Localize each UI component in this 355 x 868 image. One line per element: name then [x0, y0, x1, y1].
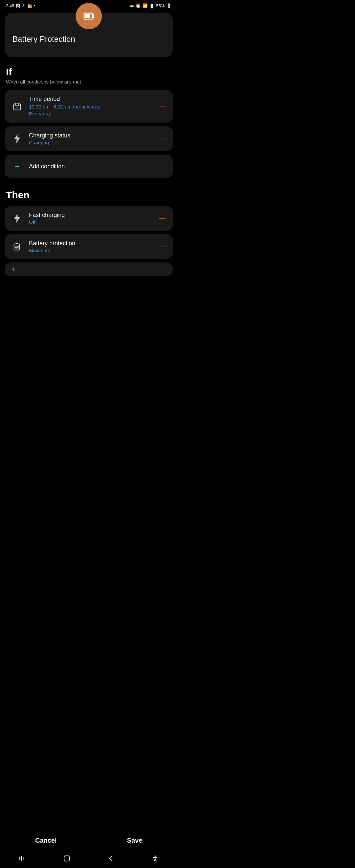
add-condition-label: Add condition: [29, 163, 65, 170]
svg-marker-11: [14, 214, 20, 223]
warning-icon: ⚠: [22, 3, 26, 8]
if-section: If When all conditions below are met ⏱ T…: [0, 57, 178, 178]
battery-svg-icon: [82, 9, 96, 23]
charging-icon: [11, 133, 23, 145]
fast-charging-text: Fast charging Off: [29, 212, 153, 225]
fast-charging-icon: [11, 212, 23, 224]
photo-icon: 🖼: [16, 3, 20, 8]
charging-status-title: Charging status: [29, 132, 153, 139]
battery-protection-icon: [11, 241, 23, 252]
dot-icon: •: [34, 3, 35, 8]
fast-charging-value: Off: [29, 219, 153, 225]
time-period-card[interactable]: ⏱ Time period 10:30 pm - 6:30 am the nex…: [5, 90, 173, 123]
time-period-text: Time period 10:30 pm - 6:30 am the next …: [29, 96, 153, 117]
partial-add-icon: +: [11, 265, 15, 274]
remove-time-period-button[interactable]: —: [159, 102, 166, 111]
remove-charging-status-button[interactable]: —: [159, 134, 166, 143]
charging-status-card[interactable]: Charging status Charging —: [5, 126, 173, 151]
calendar-icon: ⏱: [11, 101, 23, 113]
then-title: Then: [5, 189, 173, 200]
battery-icon-status: 🔋: [166, 3, 171, 8]
battery-protection-text: Battery protection Maximum: [29, 240, 153, 253]
status-time: 2:48: [6, 3, 14, 8]
fast-charging-title: Fast charging: [29, 212, 153, 219]
battery-circle-icon: [75, 3, 102, 29]
status-left: 2:48 🖼 ⚠ 🕌 •: [6, 3, 35, 8]
header-card: Battery Protection: [5, 13, 173, 57]
battery-protection-title: Battery protection: [29, 240, 153, 247]
fast-charging-card[interactable]: Fast charging Off —: [5, 206, 173, 231]
partial-card: +: [5, 262, 173, 276]
if-subtitle: When all conditions below are met: [5, 79, 173, 85]
svg-rect-3: [85, 14, 90, 19]
page-title: Battery Protection: [5, 34, 83, 44]
battery-protection-value: Maximum: [29, 248, 153, 253]
svg-rect-1: [93, 14, 94, 18]
battery-percent: 55%: [156, 3, 165, 8]
then-section: Then Fast charging Off — Battery protect…: [0, 182, 178, 276]
time-period-value: 10:30 pm - 6:30 am the next dayEvery day: [29, 103, 153, 117]
charging-status-text: Charging status Charging: [29, 132, 153, 145]
remove-battery-protection-button[interactable]: —: [159, 242, 166, 251]
remove-fast-charging-button[interactable]: —: [159, 214, 166, 223]
svg-text:⏱: ⏱: [15, 107, 17, 109]
svg-rect-13: [15, 243, 18, 245]
charging-status-value: Charging: [29, 140, 153, 145]
time-period-title: Time period: [29, 96, 153, 102]
battery-protection-card[interactable]: Battery protection Maximum —: [5, 234, 173, 259]
header-divider: [12, 48, 165, 48]
signal-icon: ▐▌: [149, 4, 155, 8]
wifi-icon: 📶: [142, 3, 148, 8]
alarm-icon: ⏰: [135, 3, 141, 8]
svg-marker-10: [14, 134, 20, 143]
if-title: If: [5, 66, 173, 78]
add-condition-card[interactable]: + Add condition: [5, 155, 173, 178]
bed-icon: 🛏: [130, 3, 134, 8]
status-right: 🛏 ⏰ 📶 ▐▌ 55% 🔋: [130, 3, 171, 8]
add-icon: +: [11, 160, 23, 172]
mosque-icon: 🕌: [27, 4, 32, 8]
